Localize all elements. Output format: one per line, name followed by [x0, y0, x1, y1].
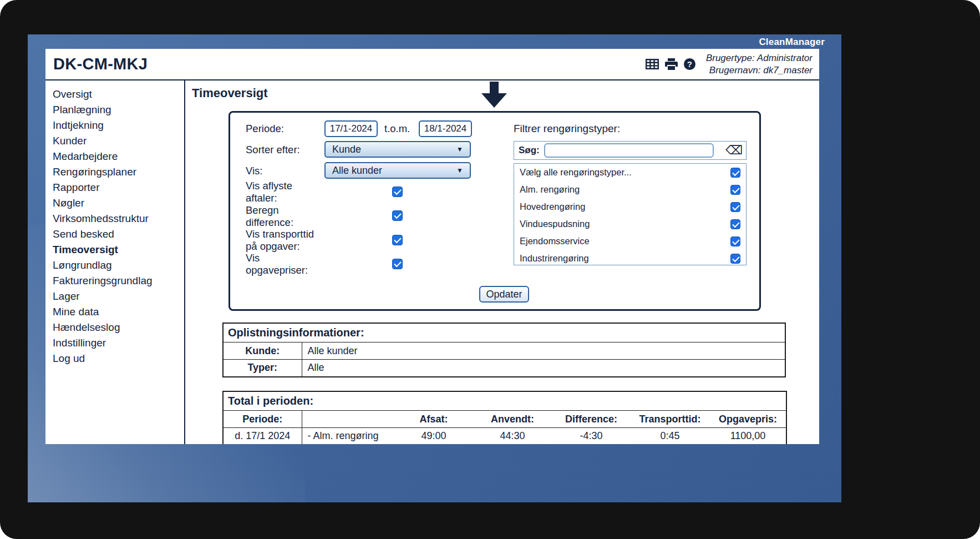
type-checkbox[interactable] [730, 254, 740, 264]
table-row: Kunde: Alle kunder [223, 342, 785, 360]
option-label-difference: Beregn difference: [246, 204, 322, 228]
checkbox-vis-opgavepriser[interactable] [392, 259, 403, 269]
brand-logo: CleanManager [759, 37, 825, 48]
desktop-background: CleanManager DK-CM-MKJ ? [28, 34, 841, 502]
option-label-transporttid: Vis transporttid på opgaver: [246, 228, 322, 252]
table-row: d. 17/1 2024 - Alm. rengøring 49:00 44:3… [223, 428, 786, 445]
sidebar-item-lager[interactable]: Lager [45, 289, 184, 304]
sidebar-item-virksomhedsstruktur[interactable]: Virksomhedsstruktur [45, 211, 184, 226]
sidebar-item-kunder[interactable]: Kunder [45, 133, 184, 149]
printer-icon[interactable] [665, 58, 678, 70]
type-option-select-all[interactable]: Vælg alle rengøringstyper... [514, 164, 746, 181]
type-checkbox[interactable] [730, 236, 740, 246]
cell-difference: -4:30 [552, 428, 630, 445]
info-row-label: Typer: [223, 360, 302, 377]
tom-label: t.o.m. [384, 123, 410, 135]
filter-types-label: Filtrer rengøringstyper: [514, 123, 620, 135]
col-header-anvendt: Anvendt: [473, 411, 552, 428]
opdater-button[interactable]: Opdater [479, 286, 529, 303]
chevron-down-icon: ▼ [456, 167, 463, 174]
checkbox-beregn-difference[interactable] [392, 210, 403, 221]
table-row: Typer: Alle [223, 360, 785, 377]
sorter-select[interactable]: Kunde ▼ [324, 141, 471, 158]
type-checkbox[interactable] [730, 219, 740, 229]
col-header-difference: Difference: [552, 411, 630, 428]
vis-label: Vis: [246, 165, 263, 177]
type-option-label: Hovedrengøring [520, 202, 585, 212]
checkbox-vis-aflyste-aftaler[interactable] [392, 187, 403, 197]
cell-periode: d. 17/1 2024 [223, 428, 302, 445]
type-option-label: Vælg alle rengøringstyper... [520, 167, 632, 178]
cell-anvendt: 44:30 [473, 428, 552, 445]
sidebar-item-planlaegning[interactable]: Planlægning [45, 102, 184, 118]
type-option-alm-rengoering[interactable]: Alm. rengøring [514, 181, 746, 198]
cell-opgavepris: 1100,00 [710, 428, 786, 445]
info-row-label: Kunde: [223, 342, 302, 360]
sidebar-item-timeoversigt[interactable]: Timeoversigt [45, 242, 184, 258]
sidebar-item-rapporter[interactable]: Rapporter [45, 180, 184, 195]
sidebar-item-send-besked[interactable]: Send besked [45, 226, 184, 242]
type-option-industrirengoering[interactable]: Industrirengøring [514, 250, 746, 265]
type-option-label: Industrirengøring [520, 253, 589, 264]
sidebar-item-mine-data[interactable]: Mine data [45, 304, 184, 320]
col-header-opgavepris: Opgavepris: [710, 411, 786, 428]
type-checkbox[interactable] [730, 168, 740, 178]
chevron-down-icon: ▼ [456, 145, 463, 153]
vis-select[interactable]: Alle kunder ▼ [324, 162, 471, 179]
sidebar-item-faktureringsgrundlag[interactable]: Faktureringsgrundlag [45, 273, 184, 289]
col-header-afsat: Afsat: [395, 411, 473, 428]
sorter-select-value: Kunde [332, 144, 361, 155]
header-toolbar: ? Brugertype: Administrator Brugernavn: … [646, 49, 813, 79]
type-checkbox[interactable] [730, 185, 740, 195]
type-checkbox[interactable] [730, 202, 740, 212]
cell-type: - Alm. rengøring [302, 428, 395, 445]
sidebar: Oversigt Planlægning Indtjekning Kunder … [45, 80, 185, 444]
user-name: Brugernavn: dk7_master [706, 64, 813, 77]
sidebar-item-indtjekning[interactable]: Indtjekning [45, 118, 184, 133]
down-arrow-icon [481, 82, 507, 108]
type-option-label: Alm. rengøring [520, 184, 580, 195]
option-label-opgavepriser: Vis opgavepriser: [246, 252, 322, 276]
info-row-value: Alle [302, 360, 785, 377]
search-bar: Søg: ⌫ [514, 141, 747, 160]
type-option-vinduespudsning[interactable]: Vinduespudsning [514, 215, 746, 233]
sidebar-item-haendelseslog[interactable]: Hændelseslog [45, 320, 184, 335]
search-input[interactable] [544, 143, 714, 158]
total-table-title: Total i perioden: [223, 391, 786, 411]
main-content: Timeoversigt Periode: t.o.m. Sorter efte… [186, 80, 819, 444]
periode-from-input[interactable] [324, 120, 378, 137]
sidebar-item-noegler[interactable]: Nøgler [45, 195, 184, 211]
type-option-label: Vinduespudsning [520, 219, 590, 229]
type-option-hovedrengoering[interactable]: Hovedrengøring [514, 198, 746, 215]
sidebar-item-oversigt[interactable]: Oversigt [45, 87, 184, 102]
table-grid-icon[interactable] [646, 59, 659, 69]
table-header-row: Periode: Afsat: Anvendt: Difference: Tra… [223, 411, 786, 428]
info-table: Oplistningsinformationer: Kunde: Alle ku… [222, 323, 786, 377]
app-window: DK-CM-MKJ ? Brugertype: Administ [45, 49, 819, 444]
user-type: Brugertype: Administrator [706, 52, 813, 64]
periode-to-input[interactable] [419, 120, 472, 137]
help-icon[interactable]: ? [684, 58, 695, 70]
filter-panel: Periode: t.o.m. Sorter efter: Kunde ▼ Vi… [229, 111, 761, 311]
search-label: Søg: [514, 145, 544, 156]
cell-transporttid: 0:45 [630, 428, 710, 445]
col-header-type [302, 411, 395, 428]
info-row-value: Alle kunder [302, 342, 785, 360]
periode-label: Periode: [246, 123, 284, 135]
type-filter-list: Vælg alle rengøringstyper... Alm. rengør… [514, 163, 747, 265]
col-header-periode: Periode: [223, 411, 302, 428]
page-title: Timeoversigt [192, 86, 268, 100]
clear-search-icon[interactable]: ⌫ [722, 142, 746, 159]
sidebar-item-indstillinger[interactable]: Indstillinger [45, 335, 184, 351]
device-frame: CleanManager DK-CM-MKJ ? [0, 0, 980, 539]
checkbox-vis-transporttid[interactable] [392, 235, 403, 245]
cell-afsat: 49:00 [395, 428, 473, 445]
sidebar-item-loengrundlag[interactable]: Løngrundlag [45, 258, 184, 273]
option-label-aflyste: Vis aflyste aftaler: [246, 180, 322, 204]
sidebar-item-medarbejdere[interactable]: Medarbejdere [45, 149, 184, 164]
sidebar-item-log-ud[interactable]: Log ud [45, 351, 184, 366]
type-option-label: Ejendomsservice [520, 236, 590, 246]
type-option-ejendomsservice[interactable]: Ejendomsservice [514, 233, 746, 250]
user-info: Brugertype: Administrator Brugernavn: dk… [706, 52, 813, 77]
sidebar-item-rengoeringsplaner[interactable]: Rengøringsplaner [45, 164, 184, 180]
